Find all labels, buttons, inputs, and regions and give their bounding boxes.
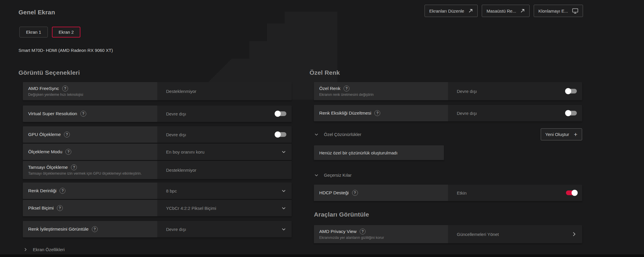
privacy-view-value: Güncellemeleri Yönet (457, 232, 499, 237)
row-pixel-format: Piksel Biçimi ? YCbCr 4:2:2 Piksel Biçim… (23, 200, 292, 216)
create-new-resolution-button[interactable]: Yeni Oluştur + (541, 128, 582, 140)
row-label: AMD Privacy View ? Ekranınızda yer alanl… (314, 225, 448, 243)
help-icon[interactable]: ? (374, 110, 380, 116)
overrides-expander[interactable]: Geçersiz Kılar (314, 171, 582, 179)
pixel-format-dropdown[interactable]: YCbCr 4:2:2 Piksel Biçimi (157, 200, 292, 216)
row-label: Renk Derinliği ? (23, 183, 157, 199)
custom-resolutions-header-row: Özel Çözünürlükler Yeni Oluştur + (314, 128, 582, 141)
chevron-down-icon (281, 188, 286, 193)
vsr-label: Virtual Super Resolution (28, 111, 77, 116)
help-icon[interactable]: ? (64, 132, 70, 137)
help-icon[interactable]: ? (352, 190, 358, 196)
row-amd-privacy-view: AMD Privacy View ? Ekranınızda yer alanl… (314, 225, 582, 243)
desktop-recording-label: Masaüstü Re... (486, 8, 516, 13)
tab-display-2-label: Ekran 2 (59, 30, 74, 35)
custom-color-subtitle: Ekranın renk üretmesini değiştirin (319, 93, 443, 97)
help-icon[interactable]: ? (62, 86, 68, 91)
row-value: Desteklenmiyor (157, 82, 292, 100)
row-gpu-scaling: GPU Ölçekleme ? Devre dışı (23, 126, 292, 143)
color-enhancement-value: Devre dışı (166, 227, 186, 232)
integer-scaling-value: Desteklenmiyor (166, 168, 196, 173)
hdcp-value: Etkin (457, 190, 466, 195)
row-value: Devre dışı (448, 105, 582, 121)
display-options-header: Görüntü Seçenekleri (18, 69, 292, 77)
integer-scaling-subtitle: Tamsayı ölçeklemesine izin vermek için G… (28, 171, 153, 176)
custom-color-label: Özel Renk (319, 86, 340, 91)
privacy-view-link[interactable]: Güncellemeleri Yönet (448, 225, 582, 243)
custom-color-toggle[interactable] (566, 89, 577, 93)
row-scaling-mode: Ölçekleme Modu ? En boy oranını koru (23, 144, 292, 160)
enable-cloning-button[interactable]: Klonlamayı E... (534, 5, 583, 17)
vsr-toggle[interactable] (275, 111, 286, 116)
row-color-deficiency: Renk Eksikliği Düzeltmesi ? Devre dışı (314, 105, 582, 121)
color-enhancement-label: Renk İyileştirmesini Görüntüle (28, 227, 89, 232)
integer-scaling-label: Tamsayı Ölçekleme (28, 165, 68, 170)
privacy-view-subtitle: Ekranınızda yer alanların gizliliğini ko… (319, 236, 443, 240)
scaling-mode-dropdown[interactable]: En boy oranını koru (157, 144, 292, 160)
row-amd-freesync: AMD FreeSync ? Değişken yenileme hızı te… (23, 82, 292, 100)
custom-resolutions-label: Özel Çözünürlükler (324, 132, 361, 137)
help-icon[interactable]: ? (60, 188, 65, 194)
gpu-scaling-toggle[interactable] (275, 132, 286, 137)
color-deficiency-toggle[interactable] (566, 111, 577, 115)
color-deficiency-label: Renk Eksikliği Düzeltmesi (319, 110, 371, 116)
scaling-mode-label: Ölçekleme Modu (28, 149, 62, 154)
row-label: Renk Eksikliği Düzeltmesi ? (314, 105, 448, 121)
enable-cloning-label: Klonlamayı E... (538, 8, 568, 13)
help-icon[interactable]: ? (57, 205, 63, 211)
row-value: Devre dışı (157, 105, 292, 122)
help-icon[interactable]: ? (71, 164, 77, 170)
desktop-recording-button[interactable]: Masaüstü Re... (482, 5, 530, 17)
custom-resolutions-empty-message: Henüz özel bir çözünürlük oluşturulmadı (314, 145, 444, 160)
hdcp-label: HDCP Desteği (319, 190, 349, 195)
display-tabs: Ekran 1 Ekran 2 (19, 27, 80, 38)
display-options-section: Görüntü Seçenekleri AMD FreeSync ? Değiş… (18, 69, 292, 254)
row-color-enhancement: Renk İyileştirmesini Görüntüle ? Devre d… (23, 221, 292, 237)
row-label: Tamsayı Ölçekleme ? Tamsayı ölçeklemesin… (23, 161, 157, 179)
display-properties-expander[interactable]: Ekran Özellikleri (23, 245, 292, 254)
chevron-down-icon (281, 227, 286, 232)
page-title: Genel Ekran (18, 9, 55, 16)
gpu-scaling-label: GPU Ölçekleme (28, 132, 61, 137)
row-label: GPU Ölçekleme ? (23, 126, 157, 143)
color-depth-value: 8 bpc (166, 188, 177, 193)
external-link-icon (468, 8, 473, 13)
tools-header: Araçları Görüntüle (314, 211, 582, 219)
chevron-down-icon (281, 149, 286, 154)
row-value: Devre dışı (157, 126, 292, 143)
help-icon[interactable]: ? (360, 229, 366, 234)
chevron-down-icon (314, 132, 319, 137)
color-enhancement-dropdown[interactable]: Devre dışı (157, 221, 292, 237)
arrange-displays-button[interactable]: Ekranları Düzenle (425, 5, 478, 17)
overrides-label: Geçersiz Kılar (324, 173, 351, 178)
custom-resolutions-expander[interactable]: Özel Çözünürlükler (314, 132, 361, 137)
help-icon[interactable]: ? (65, 149, 71, 155)
help-icon[interactable]: ? (92, 226, 98, 232)
monitor-icon (572, 8, 578, 14)
chevron-down-icon (314, 173, 319, 178)
row-label: Ölçekleme Modu ? (23, 144, 157, 160)
arrange-displays-label: Ekranları Düzenle (429, 8, 464, 13)
top-action-buttons: Ekranları Düzenle Masaüstü Re... Klonlam… (425, 5, 583, 17)
row-label: Özel Renk ? Ekranın renk üretmesini deği… (314, 82, 448, 100)
row-color-depth: Renk Derinliği ? 8 bpc (23, 183, 292, 199)
help-icon[interactable]: ? (344, 86, 349, 91)
row-label: Virtual Super Resolution ? (23, 105, 157, 122)
display-properties-label: Ekran Özellikleri (33, 247, 65, 252)
help-icon[interactable]: ? (80, 111, 86, 117)
freesync-value: Desteklenmiyor (166, 89, 196, 94)
hdcp-toggle[interactable] (566, 190, 577, 195)
pixel-format-label: Piksel Biçimi (28, 205, 54, 211)
row-custom-color: Özel Renk ? Ekranın renk üretmesini deği… (314, 82, 582, 100)
freesync-subtitle: Değişken yenileme hızı teknolojisi (28, 93, 153, 97)
tab-display-2[interactable]: Ekran 2 (52, 27, 80, 38)
row-hdcp-support: HDCP Desteği ? Etkin (314, 185, 582, 201)
row-label: AMD FreeSync ? Değişken yenileme hızı te… (23, 82, 157, 100)
row-value: Etkin (448, 185, 582, 201)
scaling-mode-value: En boy oranını koru (166, 149, 204, 154)
color-depth-dropdown[interactable]: 8 bpc (157, 183, 292, 199)
bottom-edge-strip (0, 254, 644, 257)
tab-display-1[interactable]: Ekran 1 (19, 27, 48, 38)
row-value: Desteklenmiyor (157, 161, 292, 179)
custom-color-header: Özel Renk (310, 69, 582, 77)
